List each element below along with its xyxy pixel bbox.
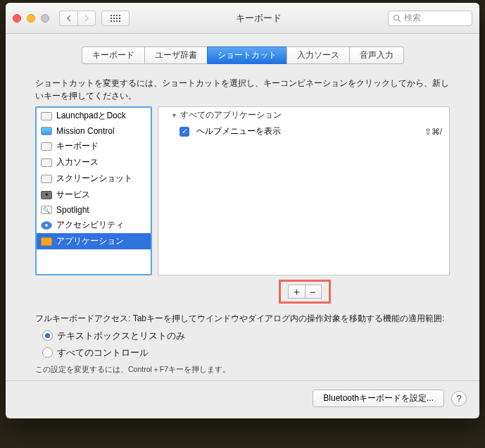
tab-userdict[interactable]: ユーザ辞書: [144, 46, 207, 64]
radio-textboxes-lists[interactable]: テキストボックスとリストのみ: [42, 328, 450, 344]
app-icon: [41, 237, 52, 246]
instruction-text: ショートカットを変更するには、ショートカットを選択し、キーコンビネーションをクリ…: [6, 71, 479, 106]
spotlight-icon: 🔍: [41, 206, 52, 214]
category-list[interactable]: LaunchpadとDock Mission Control キーボード 入力ソ…: [35, 106, 152, 275]
close-icon[interactable]: [13, 14, 21, 23]
launchpad-icon: [41, 112, 52, 120]
zoom-icon: [41, 14, 49, 23]
svg-rect-2: [116, 15, 118, 16]
svg-rect-11: [119, 20, 120, 22]
svg-rect-8: [111, 20, 112, 22]
svg-rect-4: [111, 18, 112, 19]
traffic-lights: [13, 14, 49, 23]
titlebar: キーボード 検索: [6, 3, 479, 34]
back-button[interactable]: [59, 11, 77, 26]
category-launchpad[interactable]: LaunchpadとDock: [37, 108, 151, 124]
radio-icon[interactable]: [42, 347, 53, 358]
category-applications[interactable]: アプリケーション: [37, 233, 151, 249]
category-mission-control[interactable]: Mission Control: [37, 124, 151, 138]
radio-all-controls[interactable]: すべてのコントロール: [42, 344, 450, 361]
tab-voice[interactable]: 音声入力: [349, 46, 404, 64]
preferences-window: キーボード 検索 キーボード ユーザ辞書 ショートカット 入力ソース 音声入力 …: [6, 3, 479, 418]
search-placeholder: 検索: [404, 12, 421, 24]
input-icon: [41, 158, 52, 167]
tab-bar: キーボード ユーザ辞書 ショートカット 入力ソース 音声入力: [6, 46, 479, 64]
shortcut-list[interactable]: ▼ すべてのアプリケーション ✓ ヘルプメニューを表示 ⇧⌘/: [158, 106, 450, 275]
disclosure-triangle-icon[interactable]: ▼: [171, 112, 177, 119]
highlight-box: ＋ −: [279, 280, 331, 304]
category-accessibility[interactable]: ●アクセシビリティ: [37, 217, 151, 233]
svg-rect-7: [119, 18, 120, 19]
shortcut-row[interactable]: ✓ ヘルプメニューを表示 ⇧⌘/: [158, 123, 449, 139]
window-title: キーボード: [135, 12, 382, 25]
add-button[interactable]: ＋: [288, 285, 305, 299]
group-header[interactable]: ▼ すべてのアプリケーション: [158, 107, 449, 123]
accessibility-icon: ●: [41, 221, 52, 230]
help-button[interactable]: ?: [451, 391, 467, 406]
svg-rect-0: [111, 15, 112, 16]
svg-rect-5: [113, 18, 115, 19]
search-icon: [393, 14, 401, 23]
bluetooth-keyboard-button[interactable]: Bluetoothキーボードを設定...: [313, 390, 444, 407]
tab-keyboard[interactable]: キーボード: [82, 46, 144, 64]
svg-rect-9: [113, 20, 115, 22]
svg-line-13: [398, 20, 401, 22]
category-input-sources[interactable]: 入力ソース: [37, 154, 151, 170]
radio-icon[interactable]: [42, 330, 53, 341]
full-keyboard-label: フルキーボードアクセス: Tabキーを押してウインドウやダイアログ内の操作対象を…: [35, 312, 450, 325]
category-spotlight[interactable]: 🔍Spotlight: [37, 203, 151, 217]
shortcut-key[interactable]: ⇧⌘/: [424, 127, 442, 137]
services-icon: ✦: [41, 191, 52, 199]
svg-rect-1: [113, 15, 115, 16]
search-input[interactable]: 検索: [388, 11, 472, 26]
category-services[interactable]: ✦サービス: [37, 187, 151, 203]
show-all-button[interactable]: [101, 11, 130, 26]
minimize-icon[interactable]: [27, 14, 35, 23]
screenshot-icon: [41, 175, 52, 183]
category-keyboard[interactable]: キーボード: [37, 138, 151, 154]
remove-button[interactable]: −: [305, 285, 322, 299]
category-screenshots[interactable]: スクリーンショット: [37, 170, 151, 187]
svg-rect-3: [119, 15, 120, 16]
shortcut-label: ヘルプメニューを表示: [196, 125, 417, 137]
tab-shortcuts[interactable]: ショートカット: [207, 46, 286, 64]
mission-control-icon: [41, 127, 52, 135]
svg-point-12: [394, 15, 399, 20]
forward-button[interactable]: [77, 11, 96, 26]
tab-input[interactable]: 入力ソース: [286, 46, 349, 64]
fk-hint: この設定を変更するには、Control＋F7キーを押します。: [6, 363, 479, 380]
svg-rect-6: [116, 18, 118, 19]
add-remove-bar: ＋ −: [130, 280, 479, 304]
shortcut-checkbox[interactable]: ✓: [179, 127, 189, 137]
keyboard-icon: [41, 142, 52, 151]
svg-rect-10: [116, 20, 118, 22]
